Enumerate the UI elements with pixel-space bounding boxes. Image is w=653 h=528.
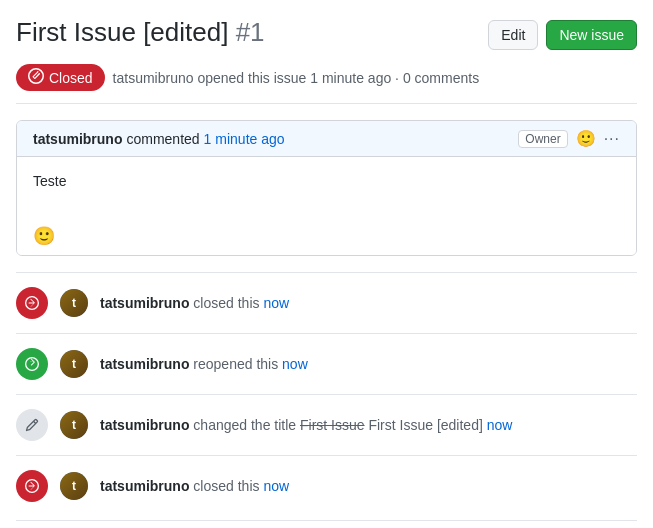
- edited-event-icon: [16, 409, 48, 441]
- owner-badge: Owner: [518, 130, 567, 148]
- comment-footer: 🙂: [17, 217, 636, 255]
- comment-header-left: tatsumibruno commented 1 minute ago: [33, 131, 285, 147]
- title-text: First Issue [edited]: [16, 17, 228, 47]
- comment-author[interactable]: tatsumibruno: [33, 131, 122, 147]
- avatar-edited: t: [60, 411, 88, 439]
- closed-event-icon-1: [16, 287, 48, 319]
- timeline-event-reopened: t tatsumibruno reopened this now: [16, 338, 637, 390]
- event-text-closed-2: tatsumibruno closed this now: [100, 478, 289, 494]
- event-actor-reopened[interactable]: tatsumibruno: [100, 356, 189, 372]
- avatar-closed-2: t: [60, 472, 88, 500]
- comment-header: tatsumibruno commented 1 minute ago Owne…: [17, 121, 636, 157]
- event-time-link-closed-2[interactable]: now: [263, 478, 289, 494]
- event-text-edited: tatsumibruno changed the title First Iss…: [100, 417, 512, 433]
- event-actor-closed-2[interactable]: tatsumibruno: [100, 478, 189, 494]
- meta-text: tatsumibruno opened this issue 1 minute …: [113, 70, 480, 86]
- emoji-button[interactable]: 🙂: [576, 129, 596, 148]
- bottom-divider: [16, 520, 637, 521]
- new-title: First Issue [edited]: [368, 417, 482, 433]
- event-actor[interactable]: tatsumibruno: [100, 295, 189, 311]
- event-text-reopened: tatsumibruno reopened this now: [100, 356, 308, 372]
- closed-icon: [28, 68, 44, 87]
- comment-box: tatsumibruno commented 1 minute ago Owne…: [16, 120, 637, 256]
- reopened-event-icon: [16, 348, 48, 380]
- new-issue-button[interactable]: New issue: [546, 20, 637, 50]
- badge-label: Closed: [49, 70, 93, 86]
- comment-body: Teste: [17, 157, 636, 217]
- event-time-link[interactable]: now: [263, 295, 289, 311]
- event-divider-1: [16, 272, 637, 273]
- issue-number: #1: [236, 17, 265, 47]
- comment-header-right: Owner 🙂 ···: [518, 129, 620, 148]
- event-divider-3: [16, 394, 637, 395]
- page-title: First Issue [edited] #1: [16, 16, 265, 50]
- reaction-emoji[interactable]: 🙂: [33, 226, 55, 246]
- avatar-reopened: t: [60, 350, 88, 378]
- event-time-link-edited[interactable]: now: [487, 417, 513, 433]
- event-time-link-reopened[interactable]: now: [282, 356, 308, 372]
- event-actor-edited[interactable]: tatsumibruno: [100, 417, 189, 433]
- timeline: tatsumibruno commented 1 minute ago Owne…: [0, 104, 653, 521]
- comment-time[interactable]: 1 minute ago: [204, 131, 285, 147]
- event-divider-2: [16, 333, 637, 334]
- comment-text: Teste: [33, 173, 620, 189]
- event-text-closed-1: tatsumibruno closed this now: [100, 295, 289, 311]
- page-header: First Issue [edited] #1 Edit New issue: [0, 0, 653, 58]
- issue-meta: Closed tatsumibruno opened this issue 1 …: [0, 58, 653, 103]
- avatar-closed-1: t: [60, 289, 88, 317]
- event-divider-4: [16, 455, 637, 456]
- status-badge: Closed: [16, 64, 105, 91]
- edit-button[interactable]: Edit: [488, 20, 538, 50]
- timeline-event-edited: t tatsumibruno changed the title First I…: [16, 399, 637, 451]
- timeline-event-closed-1: t tatsumibruno closed this now: [16, 277, 637, 329]
- more-options-button[interactable]: ···: [604, 130, 620, 148]
- timeline-event-closed-2: t tatsumibruno closed this now: [16, 460, 637, 512]
- closed-event-icon-2: [16, 470, 48, 502]
- old-title: First Issue: [300, 417, 365, 433]
- comment-action: commented: [126, 131, 199, 147]
- header-actions: Edit New issue: [488, 20, 637, 50]
